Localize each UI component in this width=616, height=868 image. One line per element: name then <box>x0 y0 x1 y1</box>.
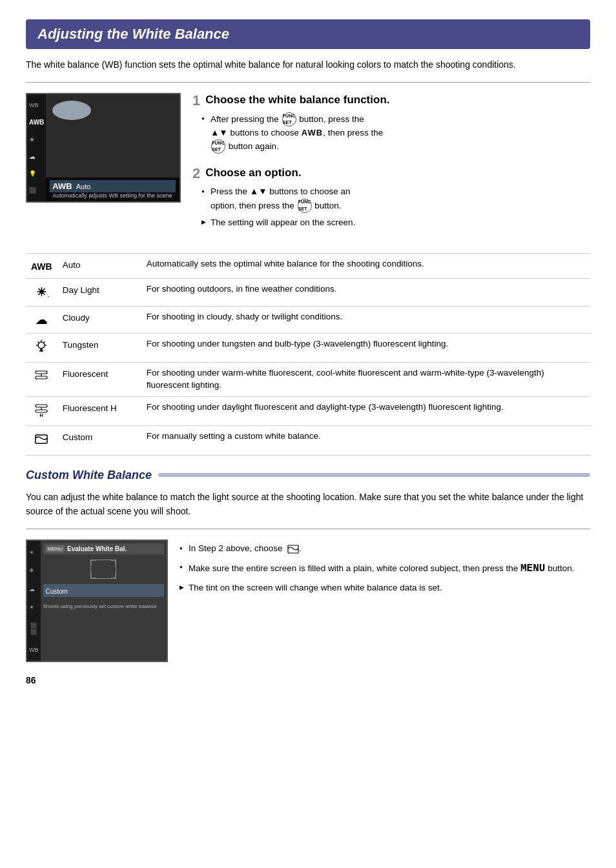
awb-icon-label: AWB <box>52 181 72 191</box>
step2-bullet1: Press the ▲▼ buttons to choose anoption,… <box>201 185 590 212</box>
func-btn-2: FUNCSET <box>211 139 225 154</box>
table-icon-cloudy: ☁ <box>26 306 57 333</box>
custom-bullet2: Make sure the entire screen is filled wi… <box>180 561 590 576</box>
table-icon-awb: AWB <box>26 253 57 278</box>
table-row: ☀· Day Light For shooting outdoors, in f… <box>26 279 590 306</box>
custom-wb-heading: Custom White Balance <box>26 469 590 482</box>
table-name-fluorescent-h: Fluorescent H <box>57 396 141 425</box>
custom-wb-bullets: In Step 2 above, choose . Make sure the … <box>180 540 590 662</box>
step2-bullet2: The setting will appear on the screen. <box>201 216 590 229</box>
svg-rect-9 <box>36 371 47 374</box>
table-desc-tungsten: For shooting under tungsten and bulb-typ… <box>141 333 590 362</box>
wb-options-table: AWB Auto Automatically sets the optimal … <box>26 253 590 456</box>
step2-bullets: Press the ▲▼ buttons to choose anoption,… <box>201 185 590 229</box>
func-btn-1: FUNCSET <box>282 112 296 126</box>
awb-selected-text: Auto <box>76 183 91 190</box>
custom-bullet3: The tint on the screen will change when … <box>180 581 590 594</box>
svg-rect-16 <box>36 410 47 412</box>
table-icon-fluorescent-h: H <box>26 396 57 425</box>
table-row: H Fluorescent H For shooting under dayli… <box>26 396 590 425</box>
table-desc-fluorescent: For shooting under warm-white fluorescen… <box>141 363 590 397</box>
table-name-daylight: Day Light <box>57 279 141 306</box>
table-icon-daylight: ☀· <box>26 279 57 306</box>
cam2-menu-badge: MENU <box>46 545 65 552</box>
bottom-section: ☀ ❄ ☁ ☀ ⬛ ⬛ WB MENU Evaluate White Bal. <box>26 540 590 662</box>
awb-selected-row: AWB Auto <box>50 180 176 192</box>
page-title: Adjusting the White Balance <box>26 19 590 49</box>
cam2-icon-2: ❄ <box>29 567 39 574</box>
cam-icon-wb: WB <box>29 102 44 108</box>
table-desc-auto: Automatically sets the optimal white bal… <box>141 253 590 278</box>
cam-icon-sun: ☀ <box>29 136 44 143</box>
awb-sub-text: Automatically adjusts WB setting for the… <box>50 192 176 199</box>
cam2-custom-icon: ⬛ ⬛ <box>29 623 39 635</box>
awb-symbol: AWB <box>302 128 323 137</box>
page-number: 86 <box>26 675 590 685</box>
cam-icon-cloud: ☁ <box>29 153 44 160</box>
step2-block: 2 Choose an option. Press the ▲▼ buttons… <box>192 166 590 232</box>
steps-section: WB AWB ☀ ☁ 💡 ⬛ AWB Auto Automatically ad… <box>26 93 590 241</box>
step1-block: 1 Choose the white balance function. Aft… <box>192 93 590 157</box>
svg-rect-27 <box>288 545 298 553</box>
custom-wb-svg <box>34 432 48 446</box>
cam-icon-custom-small: ⬛ <box>29 187 44 194</box>
custom-bullet1: In Step 2 above, choose . <box>180 542 590 555</box>
custom-divider <box>26 529 590 529</box>
step2-number: 2 <box>192 166 200 181</box>
table-name-auto: Auto <box>57 253 141 278</box>
step2-title: Choose an option. <box>192 166 590 180</box>
cam2-icon-3: ☁ <box>29 586 39 592</box>
table-name-fluorescent: Fluorescent <box>57 363 141 397</box>
svg-rect-11 <box>36 376 47 379</box>
table-row: Custom For manually setting a custom whi… <box>26 426 590 455</box>
tungsten-svg <box>34 339 48 354</box>
step1-bullets: After pressing the FUNCSET button, press… <box>201 112 590 154</box>
step1-number: 1 <box>192 93 200 108</box>
cam2-selected-row: Custom <box>43 584 165 597</box>
section-heading-bar <box>158 473 590 477</box>
cam2-icon-4: ☀ <box>29 604 39 611</box>
intro-text: The white balance (WB) function sets the… <box>26 58 590 72</box>
svg-text:H: H <box>40 413 43 417</box>
table-icon-custom <box>26 426 57 455</box>
table-desc-daylight: For shooting outdoors, in fine weather c… <box>141 279 590 306</box>
camera-left-icons: WB AWB ☀ ☁ 💡 ⬛ <box>27 94 46 201</box>
cam-icon-light: 💡 <box>29 170 44 177</box>
cam2-frame-svg <box>91 560 116 578</box>
custom-icon-inline <box>287 545 299 554</box>
camera-preview-1: WB AWB ☀ ☁ 💡 ⬛ AWB Auto Automatically ad… <box>26 93 181 203</box>
table-row: Fluorescent For shooting under warm-whit… <box>26 363 590 397</box>
cam2-menu-item: MENU Evaluate White Bal. <box>43 543 165 554</box>
step1-bullet1: After pressing the FUNCSET button, press… <box>201 112 590 154</box>
cam-icon-awb: AWB <box>29 119 44 126</box>
table-desc-cloudy: For shooting in cloudy, shady or twiligh… <box>141 306 590 333</box>
svg-point-0 <box>38 342 45 348</box>
section-divider <box>26 82 590 83</box>
table-name-custom: Custom <box>57 426 141 455</box>
svg-line-7 <box>38 341 39 343</box>
table-desc-custom: For manually setting a custom white bala… <box>141 426 590 455</box>
camera-menu-overlay: AWB Auto Automatically adjusts WB settin… <box>46 177 180 201</box>
cam2-icon-1: ☀ <box>29 549 39 556</box>
table-row: Tungsten For shooting under tungsten and… <box>26 333 590 362</box>
table-icon-tungsten <box>26 333 57 362</box>
table-name-tungsten: Tungsten <box>57 333 141 362</box>
cam2-icon-5: WB <box>29 647 39 653</box>
cam2-main-area: MENU Evaluate White Bal. <box>41 541 167 661</box>
table-row: ☁ Cloudy For shooting in cloudy, shady o… <box>26 306 590 333</box>
fluorescent-h-svg: H <box>34 403 48 417</box>
func-btn-3: FUNCSET <box>298 199 312 213</box>
fluorescent-svg <box>34 368 48 383</box>
cam2-menu-label: Evaluate White Bal. <box>67 545 127 552</box>
table-icon-fluorescent <box>26 363 57 397</box>
cam2-frame-inner <box>90 560 116 579</box>
cam2-selected-text: Custom <box>46 588 68 595</box>
svg-line-8 <box>44 341 45 343</box>
camera-preview-2: ☀ ❄ ☁ ☀ ⬛ ⬛ WB MENU Evaluate White Bal. <box>26 540 168 662</box>
table-row: AWB Auto Automatically sets the optimal … <box>26 253 590 278</box>
camera-clouds <box>52 101 91 120</box>
cam2-frame <box>43 557 165 581</box>
custom-section-intro: You can adjust the white balance to matc… <box>26 490 590 519</box>
menu-bold-text: MENU <box>520 563 545 574</box>
table-name-cloudy: Cloudy <box>57 306 141 333</box>
